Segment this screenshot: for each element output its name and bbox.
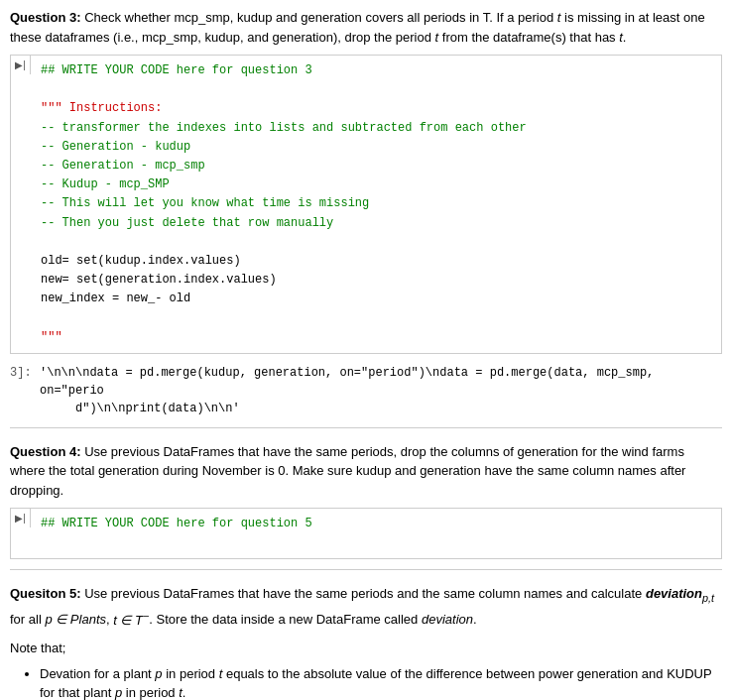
q5-math-p: p ∈ Plants — [45, 613, 106, 628]
code-line-docstring-close: """ — [41, 328, 711, 347]
run-button-q3[interactable] — [11, 56, 31, 74]
divider-q4 — [10, 569, 722, 570]
question-3-block: Question 3: Check whether mcp_smp, kudup… — [10, 8, 722, 428]
q5-math-t: t ∈ T− — [113, 613, 149, 628]
code-line-2: -- Generation - kudup — [41, 138, 711, 157]
q3-label: Question 3: — [10, 10, 81, 25]
cell-header-q4: ## WRITE YOUR CODE here for question 5 — [11, 509, 721, 558]
code-line-newindex: new_index = new_- old — [41, 290, 711, 308]
code-line-comment: ## WRITE YOUR CODE here for question 3 — [41, 61, 711, 80]
code-area-q3[interactable]: ## WRITE YOUR CODE here for question 3 "… — [31, 56, 721, 353]
question-5-block: Quesiton 5: Use previous DataFrames that… — [10, 584, 722, 700]
code-comment-q4: ## WRITE YOUR CODE here for question 5 — [41, 515, 711, 533]
q3-italic-t1: t — [557, 10, 561, 25]
code-line-new: new= set(generation.index.values) — [41, 271, 711, 290]
code-cell-q3: ## WRITE YOUR CODE here for question 3 "… — [10, 55, 722, 354]
code-comment-q3: ## WRITE YOUR CODE here for question 3 — [41, 63, 312, 77]
question-4-block: Question 4: Use previous DataFrames that… — [10, 442, 722, 571]
question-5-text: Quesiton 5: Use previous DataFrames that… — [10, 584, 722, 631]
divider-q3 — [10, 427, 722, 428]
code-cell-q4: ## WRITE YOUR CODE here for question 5 — [10, 508, 722, 559]
run-button-q4[interactable] — [11, 509, 31, 527]
q5-label: Quesiton 5: — [10, 586, 81, 601]
q3-italic-t2: t — [435, 30, 439, 45]
q5-deviation-italic: deviation — [422, 613, 473, 628]
code-line-docstring-open: """ Instructions: — [41, 99, 711, 118]
question-4-text: Question 4: Use previous DataFrames that… — [10, 442, 722, 501]
code-line-old: old= set(kudup.index.values) — [41, 252, 711, 271]
code-line-5: -- This will let you know what time is m… — [41, 194, 711, 213]
question-3-text: Question 3: Check whether mcp_smp, kudup… — [10, 8, 722, 47]
code-line-3: -- Generation - mcp_smp — [41, 157, 711, 175]
code-line-1: -- transformer the indexes into lists an… — [41, 119, 711, 138]
output-value-q3: '\n\n\ndata = pd.merge(kudup, generation… — [40, 364, 722, 417]
q3-italic-t3: t — [619, 30, 623, 45]
note-label: Note that; — [10, 639, 722, 658]
output-row-q3: 3]: '\n\n\ndata = pd.merge(kudup, genera… — [10, 364, 722, 417]
q5-formula: deviationp,t — [646, 586, 714, 601]
bullet-list-q5: Devation for a plant p in period t equal… — [10, 664, 722, 700]
q4-label: Question 4: — [10, 444, 81, 459]
code-line-6: -- Then you just delete that row manuall… — [41, 214, 711, 233]
code-line-4: -- Kudup - mcp_SMP — [41, 175, 711, 194]
bullet-item-1: Devation for a plant p in period t equal… — [40, 664, 722, 700]
page-container: Question 3: Check whether mcp_smp, kudup… — [0, 0, 732, 700]
output-label-q3: 3]: — [10, 364, 40, 382]
cell-header-q3: ## WRITE YOUR CODE here for question 3 "… — [11, 56, 721, 353]
code-area-q4[interactable]: ## WRITE YOUR CODE here for question 5 — [31, 509, 721, 558]
